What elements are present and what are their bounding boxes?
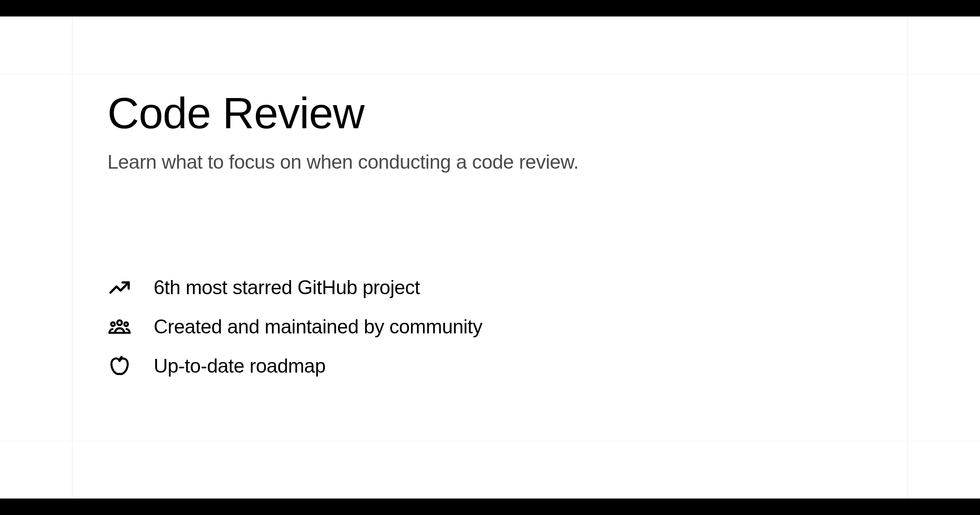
svg-point-2	[124, 322, 128, 326]
feature-text: 6th most starred GitHub project	[154, 276, 420, 299]
letterbox-bottom	[0, 499, 980, 515]
main-content: Code Review Learn what to focus on when …	[107, 87, 852, 393]
apple-icon	[107, 354, 132, 378]
feature-row: 6th most starred GitHub project	[107, 275, 852, 300]
page-subtitle: Learn what to focus on when conducting a…	[107, 151, 852, 173]
guide-line-right	[907, 16, 908, 499]
trend-icon	[107, 275, 132, 300]
guide-line-left	[72, 16, 73, 499]
feature-row: Created and maintained by community	[107, 315, 852, 339]
feature-text: Up-to-date roadmap	[154, 355, 325, 377]
svg-point-1	[111, 322, 115, 326]
page-title: Code Review	[107, 87, 852, 140]
guide-line-bottom	[0, 441, 980, 441]
content-wrapper: Code Review Learn what to focus on when …	[0, 16, 980, 499]
people-icon	[107, 315, 132, 339]
feature-text: Created and maintained by community	[154, 315, 483, 338]
svg-point-0	[117, 320, 122, 325]
guide-line-top	[0, 74, 980, 74]
feature-row: Up-to-date roadmap	[107, 354, 852, 378]
feature-list: 6th most starred GitHub project Created …	[107, 275, 852, 378]
letterbox-top	[0, 0, 980, 16]
